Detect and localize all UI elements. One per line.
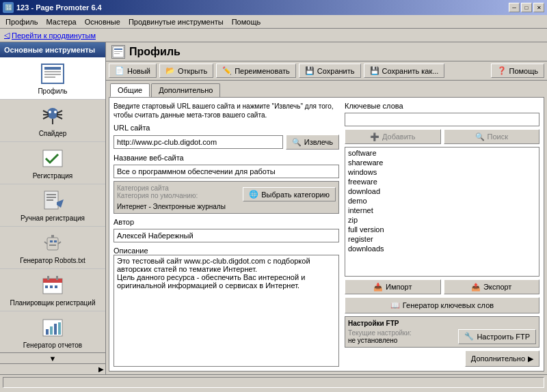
sidebar-item-reports[interactable]: Генератор отчетов: [0, 311, 105, 352]
sidebar-label-profile: Профиль: [38, 87, 67, 95]
svg-rect-24: [49, 244, 56, 246]
url-field-row: 🔍 Извлечь: [114, 135, 339, 150]
svg-rect-32: [45, 285, 48, 288]
menu-advanced[interactable]: Продвинутые инструменты: [124, 15, 228, 28]
svg-line-11: [57, 116, 62, 119]
svg-rect-22: [50, 240, 53, 242]
help-button[interactable]: ❓ Помощь: [491, 64, 545, 78]
ftp-value: не установлено: [348, 337, 412, 344]
category-button[interactable]: 🌐 Выбрать категорию: [243, 187, 336, 201]
svg-rect-30: [47, 276, 49, 280]
kw-item-3[interactable]: freeware: [346, 177, 538, 186]
kw-item-2[interactable]: windows: [346, 167, 538, 177]
sidebar-item-registration[interactable]: Регистрация: [0, 142, 105, 184]
svg-rect-34: [55, 285, 57, 288]
add-keyword-button[interactable]: ➕ Добавить: [345, 129, 441, 144]
ftp-icon: 🔧: [464, 332, 474, 341]
description-textarea[interactable]: [114, 255, 339, 367]
extract-button[interactable]: 🔍 Извлечь: [286, 135, 339, 150]
sidebar-item-profile[interactable]: Профиль: [0, 57, 105, 100]
ftp-setup-button[interactable]: 🔧 Настроить FTP: [458, 329, 536, 344]
page-title-icon: [111, 45, 125, 59]
svg-rect-21: [47, 238, 58, 250]
new-button[interactable]: 📄 Новый: [109, 64, 157, 78]
menu-basic[interactable]: Основные: [81, 15, 124, 28]
kw-item-5[interactable]: demo: [346, 196, 538, 206]
tab-content: Введите стартовый URL вашего сайта и наж…: [109, 97, 544, 372]
import-button[interactable]: 📥 Импорт: [345, 279, 441, 294]
svg-rect-37: [50, 326, 53, 335]
svg-point-5: [47, 108, 58, 119]
svg-point-14: [54, 111, 57, 113]
rename-button[interactable]: ✏️ Переименовать: [216, 64, 296, 78]
additional-icon: ▶: [528, 354, 533, 363]
keywords-list[interactable]: software shareware windows freeware down…: [345, 147, 539, 277]
sidebar-item-spider[interactable]: Спайдер: [0, 100, 105, 142]
kw-item-6[interactable]: internet: [346, 206, 538, 215]
keywords-input[interactable]: [345, 113, 539, 126]
menu-masters[interactable]: Мастера: [42, 15, 81, 28]
manual-reg-icon: [39, 188, 66, 213]
svg-rect-17: [46, 194, 56, 195]
additional-button[interactable]: Дополнительно ▶: [465, 350, 539, 367]
open-button[interactable]: 📂 Открыть: [159, 64, 213, 78]
svg-rect-41: [114, 48, 122, 50]
back-to-advanced-link[interactable]: ◁ Перейти к продвинутым: [4, 31, 96, 40]
minimize-button[interactable]: ─: [509, 3, 520, 12]
tab-general[interactable]: Общие: [110, 83, 150, 97]
page-title: Профиль: [129, 46, 181, 58]
author-label: Автор: [114, 218, 339, 226]
export-icon: 📤: [471, 283, 481, 292]
kw-item-7[interactable]: zip: [346, 215, 538, 225]
save-icon: 💾: [305, 66, 315, 75]
site-name-input[interactable]: [114, 165, 339, 178]
sidebar-scroll[interactable]: Профиль: [0, 57, 105, 352]
left-panel: Введите стартовый URL вашего сайта и наж…: [114, 102, 339, 367]
kw-item-9[interactable]: register: [346, 234, 538, 244]
status-bar: [0, 374, 547, 389]
svg-rect-29: [43, 279, 62, 283]
search-keyword-button[interactable]: 🔍 Поиск: [444, 129, 540, 144]
author-input[interactable]: [114, 229, 339, 242]
help-icon: ❓: [497, 66, 507, 75]
action-toolbar: 📄 Новый 📂 Открыть ✏️ Переименовать 💾 Сох…: [106, 61, 547, 81]
ftp-current-label: Текущие настройки:: [348, 329, 412, 337]
tab-additional[interactable]: Дополнительно: [151, 83, 220, 97]
sidebar-label-registration: Регистрация: [33, 172, 72, 180]
content-area: Профиль 📄 Новый 📂 Открыть ✏️ Переименова…: [106, 42, 547, 374]
kw-item-8[interactable]: full version: [346, 225, 538, 234]
menu-profile[interactable]: Профиль: [1, 15, 42, 28]
add-kw-icon: ➕: [370, 132, 379, 141]
kw-item-0[interactable]: software: [346, 148, 538, 158]
kw-item-10[interactable]: downloads: [346, 244, 538, 253]
kw-item-4[interactable]: download: [346, 186, 538, 196]
sidebar-item-manual-reg[interactable]: Ручная регистрация: [0, 184, 105, 227]
hint-text: Введите стартовый URL вашего сайта и наж…: [114, 102, 339, 120]
save-button[interactable]: 💾 Сохранить: [299, 64, 361, 78]
category-default: Категория по умолчанию:: [117, 192, 198, 199]
save-as-button[interactable]: 💾 Сохранить как...: [364, 64, 445, 78]
sidebar: Основные инструменты Профиль: [0, 42, 106, 374]
sidebar-label-manual-reg: Ручная регистрация: [21, 214, 85, 222]
keywords-btn-row: ➕ Добавить 🔍 Поиск: [345, 129, 539, 144]
app-title: 123 - Page Promoter 6.4: [16, 3, 102, 12]
sidebar-scroll-down[interactable]: ▼: [0, 352, 105, 363]
sidebar-header: Основные инструменты: [0, 42, 105, 57]
export-button[interactable]: 📤 Экспорт: [444, 279, 540, 294]
page-title-bar: Профиль: [106, 42, 547, 61]
category-box: Категория сайта Категория по умолчанию: …: [114, 181, 339, 214]
additional-btn-wrapper: Дополнительно ▶: [345, 350, 539, 367]
close-button[interactable]: ✕: [533, 3, 544, 12]
svg-line-8: [43, 116, 49, 119]
tabs-bar: Общие Дополнительно: [106, 81, 547, 97]
kw-item-1[interactable]: shareware: [346, 158, 538, 167]
generate-keywords-button[interactable]: 📖 Генератор ключевых слов: [345, 297, 539, 313]
svg-point-13: [49, 111, 51, 113]
url-input[interactable]: [114, 135, 283, 149]
menu-help[interactable]: Помощь: [228, 15, 265, 28]
sidebar-label-spider: Спайдер: [39, 130, 67, 137]
sidebar-item-robots[interactable]: Генератор Robots.txt: [0, 227, 105, 269]
site-name-label: Название веб-сайта: [114, 154, 339, 162]
sidebar-item-planner[interactable]: Планировщик регистраций: [0, 269, 105, 311]
maximize-button[interactable]: □: [521, 3, 532, 12]
